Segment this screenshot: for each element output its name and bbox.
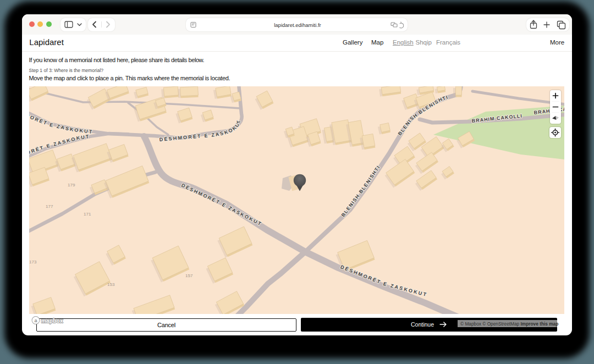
- svg-text:179: 179: [68, 183, 75, 187]
- svg-text:171: 171: [84, 212, 91, 217]
- svg-text:157: 157: [185, 273, 193, 278]
- svg-text:177: 177: [46, 204, 53, 209]
- svg-text:153: 153: [107, 282, 115, 287]
- svg-text:lapidaret.edihamiti.fr: lapidaret.edihamiti.fr: [274, 22, 321, 28]
- svg-text:173: 173: [29, 260, 37, 264]
- svg-text:mapbox: mapbox: [41, 318, 63, 324]
